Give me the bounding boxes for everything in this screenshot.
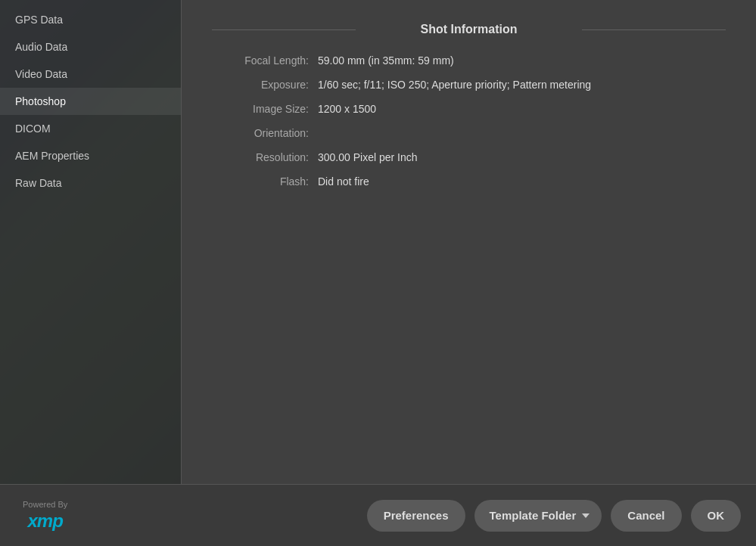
info-row-resolution: Resolution: 300.00 Pixel per Inch xyxy=(212,151,726,163)
info-row-image-size: Image Size: 1200 x 1500 xyxy=(212,103,726,115)
info-label-orientation: Orientation: xyxy=(212,127,318,139)
info-row-flash: Flash: Did not fire xyxy=(212,175,726,188)
ok-button-label: OK xyxy=(708,509,725,522)
sidebar-item-label: Video Data xyxy=(15,68,67,80)
info-value-resolution: 300.00 Pixel per Inch xyxy=(318,151,726,163)
info-label-focal-length: Focal Length: xyxy=(212,54,318,67)
sidebar-item-photoshop[interactable]: Photoshop xyxy=(0,88,181,115)
sidebar-item-label: Audio Data xyxy=(15,41,67,53)
sidebar-item-label: Raw Data xyxy=(15,177,61,189)
sidebar-item-label: GPS Data xyxy=(15,14,63,26)
sidebar-item-aem-properties[interactable]: AEM Properties xyxy=(0,142,181,169)
info-label-resolution: Resolution: xyxy=(212,151,318,163)
sidebar-item-dicom[interactable]: DICOM xyxy=(0,115,181,142)
dialog-content: GPS Data Audio Data Video Data Photoshop… xyxy=(0,0,756,484)
sidebar: GPS Data Audio Data Video Data Photoshop… xyxy=(0,0,182,484)
cancel-button[interactable]: Cancel xyxy=(611,500,681,532)
sidebar-item-video-data[interactable]: Video Data xyxy=(0,60,181,88)
section-title: Shot Information xyxy=(212,23,726,36)
sidebar-item-audio-data[interactable]: Audio Data xyxy=(0,33,181,60)
template-folder-label: Template Folder xyxy=(490,509,577,522)
info-value-flash: Did not fire xyxy=(318,175,726,188)
main-content: Shot Information Focal Length: 59.00 mm … xyxy=(182,0,756,484)
template-folder-button[interactable]: Template Folder xyxy=(474,500,602,532)
info-row-exposure: Exposure: 1/60 sec; f/11; ISO 250; Apert… xyxy=(212,79,726,91)
sidebar-item-label: AEM Properties xyxy=(15,150,89,162)
chevron-down-icon xyxy=(582,513,590,518)
powered-by: Powered By xmp xyxy=(15,500,67,532)
sidebar-item-label: DICOM xyxy=(15,123,51,135)
xmp-logo: xmp xyxy=(27,510,62,532)
info-row-orientation: Orientation: xyxy=(212,127,726,139)
sidebar-item-gps-data[interactable]: GPS Data xyxy=(0,6,181,33)
cancel-button-label: Cancel xyxy=(627,509,664,522)
footer: Powered By xmp Preferences Template Fold… xyxy=(0,484,756,546)
info-value-image-size: 1200 x 1500 xyxy=(318,103,726,115)
sidebar-item-raw-data[interactable]: Raw Data xyxy=(0,169,181,197)
info-label-image-size: Image Size: xyxy=(212,103,318,115)
ok-button[interactable]: OK xyxy=(691,500,742,532)
info-row-focal-length: Focal Length: 59.00 mm (in 35mm: 59 mm) xyxy=(212,54,726,67)
preferences-button[interactable]: Preferences xyxy=(367,500,465,532)
info-value-focal-length: 59.00 mm (in 35mm: 59 mm) xyxy=(318,54,726,67)
dialog: GPS Data Audio Data Video Data Photoshop… xyxy=(0,0,756,546)
info-label-exposure: Exposure: xyxy=(212,79,318,91)
info-value-exposure: 1/60 sec; f/11; ISO 250; Aperture priori… xyxy=(318,79,726,91)
powered-by-text: Powered By xyxy=(23,500,67,509)
xmp-logo-text: xmp xyxy=(27,510,62,531)
info-label-flash: Flash: xyxy=(212,175,318,188)
sidebar-item-label: Photoshop xyxy=(15,95,66,107)
preferences-button-label: Preferences xyxy=(384,509,449,522)
sidebar-spacer xyxy=(0,197,181,478)
